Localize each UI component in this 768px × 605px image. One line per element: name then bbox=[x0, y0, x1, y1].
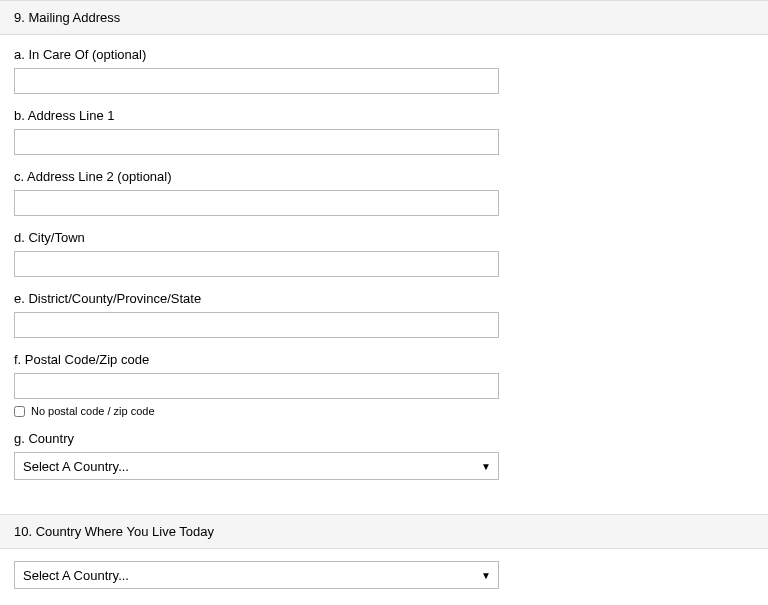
input-address-line-2[interactable] bbox=[14, 190, 499, 216]
no-postal-row: No postal code / zip code bbox=[14, 405, 754, 417]
section-9-title: 9. Mailing Address bbox=[14, 10, 120, 25]
select-country-wrapper: Select A Country... ▼ bbox=[14, 452, 499, 480]
label-address-line-2: c. Address Line 2 (optional) bbox=[14, 169, 754, 184]
label-address-line-1: b. Address Line 1 bbox=[14, 108, 754, 123]
input-address-line-1[interactable] bbox=[14, 129, 499, 155]
field-city-town: d. City/Town bbox=[14, 230, 754, 277]
field-district: e. District/County/Province/State bbox=[14, 291, 754, 338]
section-10-header: 10. Country Where You Live Today bbox=[0, 514, 768, 549]
select-country[interactable]: Select A Country... bbox=[14, 452, 499, 480]
input-city-town[interactable] bbox=[14, 251, 499, 277]
field-address-line-2: c. Address Line 2 (optional) bbox=[14, 169, 754, 216]
input-district[interactable] bbox=[14, 312, 499, 338]
label-district: e. District/County/Province/State bbox=[14, 291, 754, 306]
label-postal-code: f. Postal Code/Zip code bbox=[14, 352, 754, 367]
select-country-live-wrapper: Select A Country... ▼ bbox=[14, 561, 499, 589]
section-10-body: Select A Country... ▼ bbox=[0, 549, 768, 605]
field-postal-code: f. Postal Code/Zip code No postal code /… bbox=[14, 352, 754, 417]
input-in-care-of[interactable] bbox=[14, 68, 499, 94]
field-address-line-1: b. Address Line 1 bbox=[14, 108, 754, 155]
field-country-live: Select A Country... ▼ bbox=[14, 561, 754, 589]
section-9-header: 9. Mailing Address bbox=[0, 0, 768, 35]
checkbox-no-postal[interactable] bbox=[14, 406, 25, 417]
label-no-postal: No postal code / zip code bbox=[31, 405, 155, 417]
section-10-title: 10. Country Where You Live Today bbox=[14, 524, 214, 539]
field-in-care-of: a. In Care Of (optional) bbox=[14, 47, 754, 94]
input-postal-code[interactable] bbox=[14, 373, 499, 399]
field-country: g. Country Select A Country... ▼ bbox=[14, 431, 754, 480]
label-in-care-of: a. In Care Of (optional) bbox=[14, 47, 754, 62]
select-country-live[interactable]: Select A Country... bbox=[14, 561, 499, 589]
label-country: g. Country bbox=[14, 431, 754, 446]
label-city-town: d. City/Town bbox=[14, 230, 754, 245]
section-9-body: a. In Care Of (optional) b. Address Line… bbox=[0, 35, 768, 498]
section-gap bbox=[0, 498, 768, 514]
